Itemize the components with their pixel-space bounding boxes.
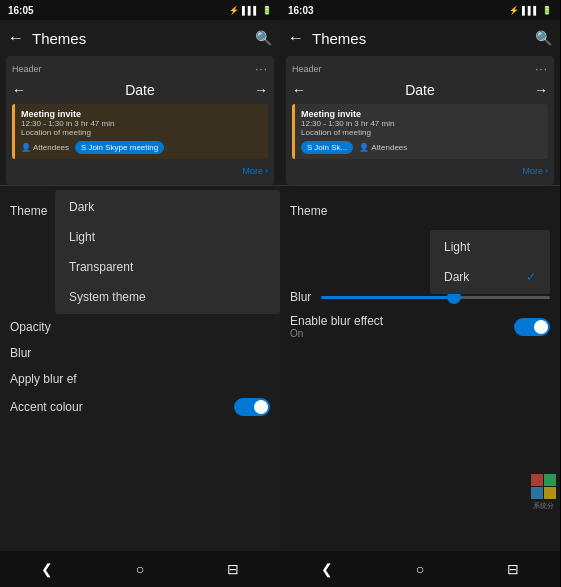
right-attendees-icon: 👤 (359, 143, 369, 152)
left-dropdown-system[interactable]: System theme (55, 282, 280, 312)
wm-blue (531, 487, 543, 499)
bluetooth-icon: ⚡ (229, 6, 239, 15)
watermark-grid (531, 474, 556, 499)
right-blur-slider[interactable] (321, 296, 550, 299)
left-nav-menu[interactable]: ⊟ (227, 561, 239, 577)
wm-red (531, 474, 543, 486)
right-bottom-nav: ❮ ○ ⊟ (280, 551, 560, 587)
right-meeting-actions: S Join Sk... 👤 Attendees (301, 141, 542, 154)
right-theme-label: Theme (290, 204, 327, 218)
right-theme-row: Theme (290, 198, 550, 224)
right-nav-menu[interactable]: ⊟ (507, 561, 519, 577)
left-accent-row: Accent colour (10, 392, 270, 422)
right-attendees-btn[interactable]: 👤 Attendees (359, 143, 407, 152)
left-meeting-card: Meeting invite 12:30 - 1:30 in 3 hr 47 m… (12, 104, 268, 159)
left-time: 16:05 (8, 5, 34, 16)
left-attendees-btn[interactable]: 👤 Attendees (21, 143, 69, 152)
left-back-button[interactable]: ← (8, 29, 24, 47)
right-settings-area: Theme Light Dark ✓ Blur (280, 190, 560, 551)
right-dropdown-light[interactable]: Light (430, 232, 550, 262)
right-signal-icon: ▌▌▌ (522, 6, 539, 15)
left-meeting-location: Location of meeting (21, 128, 262, 137)
skype-icon: S (81, 143, 86, 152)
left-nav-back[interactable]: ❮ (41, 561, 53, 577)
right-skype-btn[interactable]: S Join Sk... (301, 141, 353, 154)
right-more-link[interactable]: More › (292, 163, 548, 179)
left-opacity-label: Opacity (10, 320, 51, 334)
signal-icon: ▌▌▌ (242, 6, 259, 15)
left-apply-blur-row: Apply blur ef (10, 366, 270, 392)
right-date-label: Date (405, 82, 435, 98)
right-preview-header: Header ··· (292, 62, 548, 76)
right-enable-blur-text: Enable blur effect On (290, 314, 383, 339)
left-opacity-row: Opacity (10, 314, 270, 340)
right-blur-label: Blur (290, 290, 311, 304)
left-panel: 16:05 ⚡ ▌▌▌ 🔋 ← Themes 🔍 Header ··· ← Da… (0, 0, 280, 587)
left-theme-dropdown[interactable]: Dark Light Transparent System theme (55, 190, 280, 314)
right-battery-icon: 🔋 (542, 6, 552, 15)
right-nav-back[interactable]: ❮ (321, 561, 333, 577)
right-more-chevron: › (545, 166, 548, 176)
left-meeting-title: Meeting invite (21, 109, 262, 119)
right-meeting-time: 12:30 - 1:30 in 3 hr 47 min (301, 119, 542, 128)
right-status-bar: 16:03 ⚡ ▌▌▌ 🔋 (280, 0, 560, 20)
left-status-icons: ⚡ ▌▌▌ 🔋 (229, 6, 272, 15)
left-blur-label: Blur (10, 346, 31, 360)
left-preview-nav: ← Date → (12, 80, 268, 104)
right-search-icon[interactable]: 🔍 (535, 30, 552, 46)
left-dropdown-light[interactable]: Light (55, 222, 280, 252)
left-preview-dots[interactable]: ··· (255, 62, 268, 76)
right-page-title: Themes (312, 30, 527, 47)
right-theme-dropdown[interactable]: Light Dark ✓ (430, 230, 550, 294)
left-preview-area: Header ··· ← Date → Meeting invite 12:30… (6, 56, 274, 185)
right-nav-home[interactable]: ○ (416, 561, 424, 577)
left-prev-arrow[interactable]: ← (12, 82, 26, 98)
right-bluetooth-icon: ⚡ (509, 6, 519, 15)
attendees-icon: 👤 (21, 143, 31, 152)
left-meeting-actions: 👤 Attendees S Join Skype meeting (21, 141, 262, 154)
left-divider (0, 185, 280, 186)
left-nav-home[interactable]: ○ (136, 561, 144, 577)
left-status-bar: 16:05 ⚡ ▌▌▌ 🔋 (0, 0, 280, 20)
left-accent-label: Accent colour (10, 400, 83, 414)
left-accent-toggle[interactable] (234, 398, 270, 416)
left-meeting-time: 12:30 - 1:30 in 3 hr 47 min (21, 119, 262, 128)
watermark: 系统分 (531, 474, 556, 511)
left-bottom-nav: ❮ ○ ⊟ (0, 551, 280, 587)
left-dropdown-transparent[interactable]: Transparent (55, 252, 280, 282)
right-back-button[interactable]: ← (288, 29, 304, 47)
right-time: 16:03 (288, 5, 314, 16)
watermark-text: 系统分 (531, 501, 556, 511)
right-next-arrow[interactable]: → (534, 82, 548, 98)
right-status-icons: ⚡ ▌▌▌ 🔋 (509, 6, 552, 15)
left-more-link[interactable]: More › (12, 163, 268, 179)
right-meeting-card: Meeting invite 12:30 - 1:30 in 3 hr 47 m… (292, 104, 548, 159)
left-preview-header: Header ··· (12, 62, 268, 76)
right-enable-blur-toggle[interactable] (514, 318, 550, 336)
right-prev-arrow[interactable]: ← (292, 82, 306, 98)
wm-green (544, 474, 556, 486)
right-dropdown-dark[interactable]: Dark ✓ (430, 262, 550, 292)
right-header-label: Header (292, 64, 322, 74)
right-skype-icon: S (307, 143, 312, 152)
left-page-title: Themes (32, 30, 247, 47)
left-date-label: Date (125, 82, 155, 98)
right-preview-dots[interactable]: ··· (535, 62, 548, 76)
left-app-bar: ← Themes 🔍 (0, 20, 280, 56)
wm-yellow (544, 487, 556, 499)
right-enable-blur-row: Enable blur effect On (290, 310, 550, 343)
left-theme-label: Theme (10, 204, 47, 218)
right-preview-nav: ← Date → (292, 80, 548, 104)
left-dropdown-dark[interactable]: Dark (55, 192, 280, 222)
right-enable-blur-label: Enable blur effect (290, 314, 383, 328)
left-next-arrow[interactable]: → (254, 82, 268, 98)
left-skype-btn[interactable]: S Join Skype meeting (75, 141, 164, 154)
left-apply-blur-label: Apply blur ef (10, 372, 77, 386)
right-divider (280, 185, 560, 186)
left-more-chevron: › (265, 166, 268, 176)
left-search-icon[interactable]: 🔍 (255, 30, 272, 46)
battery-icon: 🔋 (262, 6, 272, 15)
right-preview-area: Header ··· ← Date → Meeting invite 12:30… (286, 56, 554, 185)
right-panel: 16:03 ⚡ ▌▌▌ 🔋 ← Themes 🔍 Header ··· ← Da… (280, 0, 560, 587)
right-enable-blur-sub: On (290, 328, 383, 339)
